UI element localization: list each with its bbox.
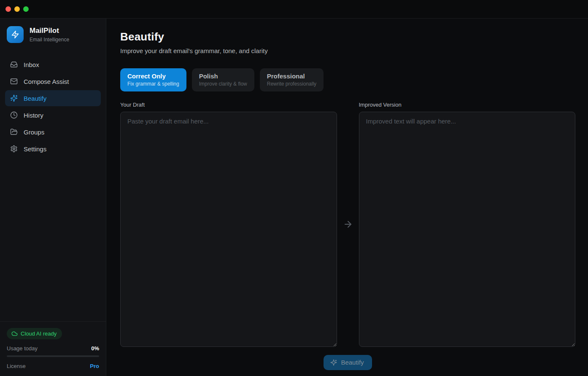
mode-professional-button[interactable]: Professional Rewrite professionally [260,68,324,91]
improved-textarea[interactable] [359,112,576,347]
inbox-icon [10,61,18,68]
sidebar-item-settings[interactable]: Settings [5,141,101,157]
beautify-button-label: Beautify [341,359,364,366]
mode-subtitle: Fix grammar & spelling [127,81,179,87]
sidebar-item-label: Groups [24,129,44,136]
mode-correct-only-button[interactable]: Correct Only Fix grammar & spelling [120,68,186,91]
sidebar-item-label: Inbox [24,61,39,68]
mode-subtitle: Rewrite professionally [267,81,316,87]
zoom-window-button[interactable] [23,6,29,12]
sidebar-item-label: Beautify [24,95,46,102]
sidebar-item-label: History [24,112,43,119]
sidebar-item-groups[interactable]: Groups [5,124,101,140]
sidebar-item-history[interactable]: History [5,107,101,123]
license-row: License Pro [7,363,99,369]
window-controls [5,6,29,12]
transform-direction [337,102,359,347]
cloud-ai-status-label: Cloud AI ready [21,330,57,337]
envelope-icon [10,78,18,85]
draft-panel: Your Draft [120,102,337,347]
sidebar: MailPilot Email Intelligence Inbox Compo… [0,19,106,376]
usage-label: Usage today [7,345,38,352]
license-label: License [7,363,26,369]
titlebar [0,0,588,19]
brand: MailPilot Email Intelligence [0,19,106,49]
improved-panel-label: Improved Version [359,102,576,108]
sidebar-item-beautify[interactable]: Beautify [5,90,101,106]
clock-icon [10,111,18,119]
page-subtitle: Improve your draft email's grammar, tone… [120,47,575,54]
sparkles-icon [10,94,18,102]
cloud-icon [11,330,18,337]
minimize-window-button[interactable] [14,6,20,12]
arrow-right-icon [343,219,353,229]
action-row: Beautify [120,355,575,370]
sidebar-nav: Inbox Compose Assist Beautify [0,56,106,158]
mode-title: Professional [267,73,316,80]
draft-textarea[interactable] [120,112,337,347]
usage-progress-bar [7,355,99,357]
mode-selector: Correct Only Fix grammar & spelling Poli… [120,68,575,91]
app-logo [7,26,24,43]
sidebar-footer: Cloud AI ready Usage today 0% License Pr… [0,321,106,376]
app-window: MailPilot Email Intelligence Inbox Compo… [0,0,588,376]
page-title: Beautify [120,30,575,43]
cloud-ai-status-badge: Cloud AI ready [7,328,62,339]
gear-icon [10,145,18,153]
app-title: MailPilot [30,27,69,35]
editor-panels: Your Draft Improved Version [120,102,575,347]
usage-value: 0% [91,345,99,352]
beautify-button[interactable]: Beautify [324,355,372,370]
app-tagline: Email Intelligence [30,37,69,43]
sparkles-icon [330,359,337,366]
license-value: Pro [90,363,99,369]
sidebar-item-compose-assist[interactable]: Compose Assist [5,73,101,89]
folder-open-icon [10,128,18,136]
draft-panel-label: Your Draft [120,102,337,108]
mode-title: Polish [199,73,247,80]
lightning-bolt-icon [11,30,19,39]
usage-row: Usage today 0% [7,345,99,352]
main-content: Beautify Improve your draft email's gram… [106,19,588,376]
sidebar-item-label: Settings [24,145,46,153]
close-window-button[interactable] [5,6,11,12]
improved-panel: Improved Version [359,102,576,347]
mode-subtitle: Improve clarity & flow [199,81,247,87]
mode-title: Correct Only [127,73,179,80]
mode-polish-button[interactable]: Polish Improve clarity & flow [192,68,254,91]
sidebar-item-inbox[interactable]: Inbox [5,56,101,73]
sidebar-item-label: Compose Assist [24,78,69,85]
